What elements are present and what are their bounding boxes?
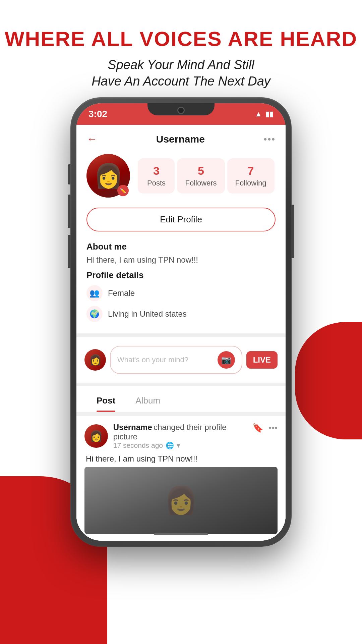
tab-post[interactable]: Post <box>97 389 115 412</box>
post-user-avatar: 👩 <box>84 424 108 448</box>
about-title: About me <box>86 241 276 252</box>
post-text: Hi there, I am using TPN now!!! <box>84 454 278 464</box>
stats-container: 3 Posts 5 Followers 7 Following <box>137 158 276 194</box>
post-input-placeholder: What's on your mind? <box>117 356 188 364</box>
section-divider-2 <box>76 383 286 386</box>
phone-screen: 3:02 ▲ ▮▮ ← Username ••• <box>76 103 286 541</box>
tab-album[interactable]: Album <box>135 389 160 412</box>
post-user-row: 👩 Username changed their profile picture… <box>84 423 252 449</box>
bg-decoration-right <box>295 322 362 439</box>
edit-profile-button[interactable]: Edit Profile <box>86 208 276 231</box>
followers-label: Followers <box>185 179 217 187</box>
phone-mockup: 3:02 ▲ ▮▮ ← Username ••• <box>70 97 292 547</box>
profile-stats-row: 👩 ✏️ 3 Posts 5 Followers <box>76 151 286 204</box>
nav-bar: ← Username ••• <box>76 125 286 151</box>
status-time: 3:02 <box>88 109 107 119</box>
post-more-icon[interactable]: ••• <box>268 423 278 433</box>
gender-text: Female <box>108 288 135 298</box>
avatar-face-emoji: 👩 <box>94 164 123 187</box>
subheadline-line1: Speak Your Mind And Still <box>108 58 254 72</box>
posts-count: 3 <box>146 164 167 177</box>
posts-label: Posts <box>146 179 167 187</box>
side-button-silent <box>68 164 70 184</box>
post-divider <box>76 412 286 416</box>
post-time: 17 seconds ago 🌐 ▾ <box>113 441 252 449</box>
following-label: Following <box>235 179 266 187</box>
following-stat[interactable]: 7 Following <box>227 158 275 194</box>
section-divider-1 <box>76 333 286 337</box>
location-text: Living in United states <box>108 309 187 319</box>
back-button[interactable]: ← <box>86 133 97 145</box>
gender-icon: 👥 <box>86 285 103 301</box>
about-section: About me Hi there, I am using TPN now!!!… <box>76 238 286 330</box>
subheadline: Speak Your Mind And Still Have An Accoun… <box>0 57 362 90</box>
gender-detail-row: 👥 Female <box>86 285 276 301</box>
location-icon: 🌍 <box>86 306 103 322</box>
post-input-field[interactable]: What's on your mind? 📷 <box>110 346 242 374</box>
followers-count: 5 <box>185 164 217 177</box>
status-icons: ▲ ▮▮ <box>255 110 274 118</box>
bookmark-icon[interactable]: 🔖 <box>252 423 263 433</box>
globe-icon: 🌐 <box>166 441 174 449</box>
avatar-edit-button[interactable]: ✏️ <box>117 185 129 196</box>
post-image: 👩 <box>84 467 278 534</box>
side-button-power <box>292 205 294 258</box>
battery-icon: ▮▮ <box>265 110 274 118</box>
post-item: 👩 Username changed their profile picture… <box>76 416 286 541</box>
following-count: 7 <box>235 164 266 177</box>
post-username: Username <box>113 423 152 432</box>
dropdown-arrow: ▾ <box>177 441 180 449</box>
camera-button[interactable]: 📷 <box>218 351 235 369</box>
side-button-vol-down <box>68 235 70 268</box>
app-content: ← Username ••• 👩 ✏️ <box>76 125 286 541</box>
post-input-avatar: 👩 <box>84 349 106 371</box>
tabs-row: Post Album <box>76 389 286 412</box>
subheadline-line2: Have An Account The Next Day <box>92 74 270 88</box>
post-time-text: 17 seconds ago <box>113 441 163 449</box>
posts-stat[interactable]: 3 Posts <box>138 158 175 194</box>
about-text: Hi there, I am using TPN now!!! <box>86 255 276 265</box>
notch <box>147 103 215 115</box>
post-input-row: 👩 What's on your mind? 📷 LIVE <box>76 340 286 379</box>
more-options-button[interactable]: ••• <box>264 134 276 145</box>
headline: WHERE ALL VOICES ARE HEARD <box>0 27 362 51</box>
profile-username: Username <box>156 133 205 145</box>
front-camera <box>177 107 185 114</box>
page-header: WHERE ALL VOICES ARE HEARD Speak Your Mi… <box>0 0 362 90</box>
post-user-info: Username changed their profile picture 1… <box>113 423 252 449</box>
wifi-icon: ▲ <box>255 110 262 118</box>
avatar-container: 👩 ✏️ <box>86 154 130 198</box>
post-image-content: 👩 <box>164 485 198 516</box>
phone-shell: 3:02 ▲ ▮▮ ← Username ••• <box>70 97 292 547</box>
followers-stat[interactable]: 5 Followers <box>177 158 225 194</box>
post-header: 👩 Username changed their profile picture… <box>84 423 278 449</box>
live-button[interactable]: LIVE <box>246 351 278 369</box>
home-indicator <box>154 533 208 535</box>
post-actions-right: 🔖 ••• <box>252 423 278 433</box>
side-button-vol-up <box>68 195 70 228</box>
location-detail-row: 🌍 Living in United states <box>86 306 276 322</box>
profile-details-title: Profile details <box>86 270 276 280</box>
post-user-name-line: Username changed their profile picture <box>113 423 252 441</box>
